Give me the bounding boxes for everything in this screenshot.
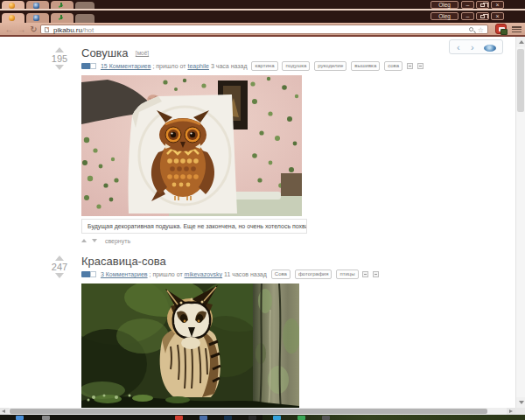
quicknav-next-button[interactable]: › [471, 41, 474, 53]
tab-leaf[interactable] [51, 13, 74, 23]
time-text: 11 часов назад [224, 271, 267, 277]
quicknav-prev-button[interactable]: ‹ [457, 41, 460, 53]
pikabu-favicon-icon [9, 15, 15, 21]
minimize-button[interactable]: – [461, 1, 474, 9]
scroll-right-button[interactable] [507, 408, 515, 415]
adblock-extension-icon[interactable] [495, 24, 507, 34]
taskbar-icon[interactable] [224, 416, 232, 420]
close-button[interactable]: × [491, 12, 504, 20]
author-link[interactable]: mikevazovsky [185, 271, 223, 277]
downvote-button[interactable] [55, 273, 64, 278]
new-tab-button[interactable] [75, 14, 94, 23]
new-tab-button[interactable] [75, 2, 94, 9]
tab-shield[interactable] [26, 13, 49, 23]
vertical-scrollbar[interactable] [515, 37, 525, 408]
leaf-favicon-icon [58, 15, 64, 21]
browser-titlebar: Oleg – × [0, 10, 525, 23]
post-caption: Будущая декоративная подушка. Еще не зак… [81, 219, 307, 234]
horizontal-scrollbar[interactable] [0, 408, 515, 415]
vertical-scroll-thumb[interactable] [517, 49, 524, 112]
mine-tag-link[interactable]: [моё] [136, 50, 149, 56]
collapse-down-icon[interactable] [92, 239, 97, 242]
bookmark-star-icon[interactable]: ☆ [478, 25, 484, 35]
save-post-icon[interactable] [362, 271, 368, 277]
tag-link[interactable]: рукоделие [314, 61, 346, 71]
vk-share-badge[interactable] [81, 271, 91, 277]
tag-link[interactable]: сова [384, 61, 402, 71]
scroll-down-button[interactable] [516, 397, 525, 408]
more-actions-icon[interactable] [417, 63, 424, 69]
taskbar-icon[interactable] [16, 416, 24, 420]
rating-column: 247 [48, 256, 71, 278]
post-rating: 247 [48, 262, 71, 272]
tag-link[interactable]: подушка [282, 61, 310, 71]
restore-icon [480, 15, 485, 18]
post-image-owl-photo[interactable] [81, 284, 299, 408]
source-text: ; пришло от [152, 63, 186, 69]
collapse-row: свернуть [81, 238, 341, 244]
author-link[interactable]: teaphile [187, 63, 209, 69]
reload-button[interactable]: ↻ [28, 24, 39, 35]
post-title-link[interactable]: Совушка [81, 46, 128, 60]
scrollbar-corner [515, 408, 525, 415]
quicknav-eye-icon[interactable] [484, 45, 496, 52]
url-text: pikabu.ru/hot [53, 26, 94, 34]
tab-pikabu-active[interactable] [2, 13, 24, 23]
save-post-icon[interactable] [407, 63, 413, 69]
source-text: ; пришло от [150, 271, 183, 277]
taskbar-icon[interactable] [42, 416, 50, 420]
more-actions-icon[interactable] [373, 271, 379, 277]
scroll-up-button[interactable] [516, 37, 525, 47]
taskbar-icon[interactable] [322, 416, 330, 420]
os-taskbar [0, 415, 525, 420]
pikabu-favicon-icon [9, 3, 15, 9]
tag-link[interactable]: вышивка [351, 61, 380, 71]
address-bar[interactable]: pikabu.ru/hot ☆ [40, 24, 488, 34]
taskbar-icon[interactable] [273, 416, 281, 420]
vk-share-badge[interactable] [81, 63, 91, 69]
tag-link[interactable]: птицы [336, 270, 358, 279]
pikabu-page: ‹ › 195 Совушка [моё] 15 Комментариев ; … [0, 37, 515, 408]
search-icon[interactable] [469, 27, 473, 32]
collapse-up-icon[interactable] [81, 239, 87, 242]
taskbar-icon[interactable] [175, 416, 183, 420]
restore-icon [480, 4, 485, 7]
rating-column: 195 [48, 47, 71, 70]
background-browser-window: Oleg – × [0, 0, 525, 9]
post-title-link[interactable]: Красавица-сова [81, 255, 166, 268]
minimize-button[interactable]: – [461, 12, 474, 20]
restore-button[interactable] [476, 12, 489, 20]
leaf-favicon-icon [58, 3, 64, 9]
upvote-button[interactable] [55, 256, 64, 261]
tag-link[interactable]: Сова [271, 270, 290, 279]
close-button[interactable]: × [491, 1, 504, 9]
back-button[interactable]: ← [4, 24, 15, 35]
taskbar-icon[interactable] [200, 416, 207, 420]
url-host: pikabu.ru [53, 26, 82, 34]
post-image-owl-embroidery[interactable] [81, 75, 302, 216]
collapse-link[interactable]: свернуть [105, 238, 130, 244]
scroll-left-button[interactable] [0, 408, 9, 415]
comments-link[interactable]: 3 Комментариев [101, 271, 148, 277]
url-path: /hot [82, 26, 94, 34]
taskbar-icon[interactable] [298, 416, 305, 420]
page-favicon-icon [45, 27, 49, 32]
chrome-user-button[interactable]: Oleg [430, 1, 458, 9]
horizontal-scroll-thumb[interactable] [10, 409, 487, 414]
comments-link[interactable]: 15 Комментариев [101, 63, 151, 69]
tag-link[interactable]: картина [251, 61, 277, 71]
tag-link[interactable]: фотография [295, 270, 332, 279]
post-rating: 195 [48, 53, 71, 64]
chrome-user-button[interactable]: Oleg [430, 12, 458, 20]
post-sovushka: 195 Совушка [моё] 15 Комментариев ; приш… [48, 45, 341, 244]
taskbar-icon[interactable] [248, 416, 256, 420]
time-text: 3 часа назад [211, 63, 248, 69]
downvote-button[interactable] [55, 65, 64, 70]
chrome-menu-icon[interactable] [512, 25, 522, 33]
post-krasavica-sova: 247 Красавица-сова 3 Комментариев ; приш… [48, 253, 341, 408]
screen: Oleg – × Oleg – × ← → ↻ pikabu.ru/hot ☆ … [0, 0, 525, 420]
shield-favicon-icon [33, 3, 39, 9]
forward-button[interactable]: → [16, 24, 27, 35]
upvote-button[interactable] [55, 47, 64, 52]
restore-button[interactable] [476, 1, 489, 9]
